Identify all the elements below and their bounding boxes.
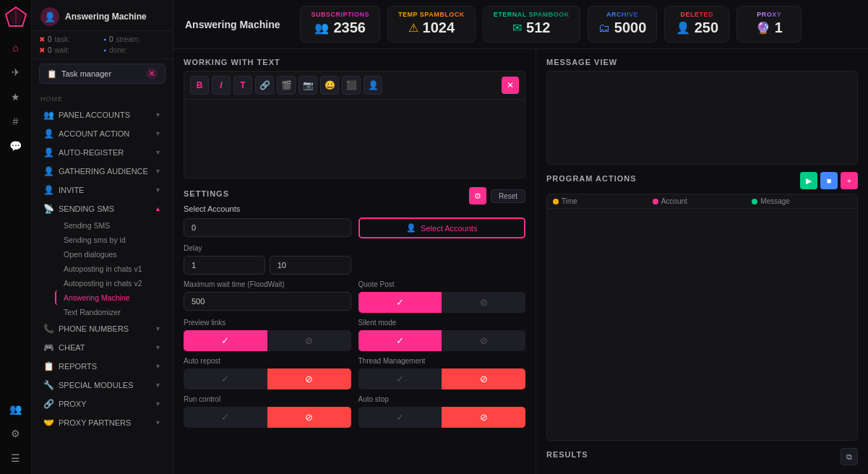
cheat-chevron: ▼ <box>155 344 161 351</box>
thread-mgmt-on[interactable]: ✓ <box>358 369 442 389</box>
silent-mode-on[interactable]: ✓ <box>358 330 442 351</box>
proxy-chevron: ▼ <box>155 400 161 408</box>
run-control-off[interactable]: ⊘ <box>267 407 351 428</box>
archive-label: Archive <box>606 11 638 18</box>
select-accounts-input[interactable] <box>184 218 351 237</box>
preview-links-on[interactable]: ✓ <box>184 330 267 351</box>
submenu-text-randomizer[interactable]: Text Randomizer <box>55 305 170 319</box>
sidebar-item-special-modules[interactable]: 🔧 SPECIAL MODULES ▼ <box>35 376 170 395</box>
preview-links-field: Preview links ✓ ⊘ <box>184 319 351 351</box>
delay-from-input[interactable] <box>184 256 265 275</box>
task-manager-close[interactable]: ✕ <box>146 68 158 79</box>
stat-wait: ✖ 0 wait: <box>39 46 101 54</box>
stat-card-eternal-spam: Eternal SpamBook ✉ 512 <box>483 6 580 43</box>
program-action-buttons: ▶ ■ + <box>800 172 858 189</box>
sidebar-item-panel-accounts[interactable]: 👥 PANEL ACCOUNTS ▼ <box>35 105 170 124</box>
nav-icon-home[interactable]: ⌂ <box>6 38 26 58</box>
sidebar-item-gathering-label: GATHERING AUDIENCE <box>59 167 148 176</box>
reset-button[interactable]: Reset <box>491 189 525 203</box>
proxy-icon: 🔗 <box>43 399 53 409</box>
run-control-on[interactable]: ✓ <box>184 407 267 428</box>
nav-icon-list[interactable]: ☰ <box>6 448 26 468</box>
submenu-autoposting-v2[interactable]: Autoposting in chats v2 <box>55 276 170 290</box>
message-view-area <box>546 71 858 165</box>
toolbar-format[interactable]: ⬛ <box>342 76 361 95</box>
toolbar-photo[interactable]: 📷 <box>298 76 317 95</box>
auto-repost-off[interactable]: ⊘ <box>267 369 351 389</box>
quote-post-off[interactable]: ⊘ <box>442 292 525 313</box>
toolbar-italic[interactable]: I <box>212 76 231 95</box>
sidebar-item-auto-register[interactable]: 👤 AUTO-REGISTER ▼ <box>35 143 170 162</box>
toolbar-clear-button[interactable]: ✕ <box>502 77 519 94</box>
select-accounts-row: Select Accounts 👤 Select Accounts <box>184 204 525 238</box>
nav-icon-send[interactable]: ✈ <box>6 62 26 82</box>
nav-icon-grid[interactable]: # <box>6 111 26 132</box>
auto-repost-on[interactable]: ✓ <box>184 369 267 389</box>
submenu-sending-sms-by-id[interactable]: Sending sms by id <box>55 233 170 247</box>
toolbar-text[interactable]: T <box>233 76 252 95</box>
quote-post-toggle: ✓ ⊘ <box>358 292 526 313</box>
toolbar-bold[interactable]: B <box>190 76 209 95</box>
results-section: RESULTS ⧉ <box>546 448 858 465</box>
eternal-spam-label: Eternal SpamBook <box>494 11 570 18</box>
sidebar-item-phone-numbers[interactable]: 📞 PHONE NUMBERS ▼ <box>35 319 170 338</box>
sidebar-title: Answering Machine <box>65 12 147 22</box>
auto-stop-off[interactable]: ⊘ <box>442 407 525 428</box>
toolbar-link[interactable]: 🔗 <box>255 76 274 95</box>
toolbar-video[interactable]: 🎬 <box>277 76 296 95</box>
stat-task: ✖ 0 task: <box>39 35 101 43</box>
icon-bar: ⌂ ✈ ★ # 💬 👥 ⚙ ☰ <box>0 0 32 474</box>
select-accounts-btn-field: 👤 Select Accounts <box>358 204 526 238</box>
max-wait-input[interactable] <box>184 292 351 311</box>
delay-to-input[interactable] <box>270 256 351 275</box>
toolbar-emoji[interactable]: 😀 <box>320 76 339 95</box>
sidebar-item-account-action[interactable]: 👤 ACCOUNT ACTION ▼ <box>35 124 170 143</box>
sidebar-item-cheat[interactable]: 🎮 CHEAT ▼ <box>35 338 170 357</box>
submenu-sending-sms[interactable]: Sending SMS <box>55 218 170 233</box>
gathering-icon: 👤 <box>43 166 53 176</box>
stat-done-icon: ▪ <box>104 46 107 54</box>
deleted-icon: 👤 <box>676 21 690 35</box>
preview-links-off[interactable]: ⊘ <box>267 330 351 351</box>
submenu-open-dialogues[interactable]: Open dialogues <box>55 247 170 262</box>
sidebar-item-sending-sms[interactable]: 📡 SENDING SMS ▲ <box>35 199 170 218</box>
invite-chevron: ▼ <box>155 186 161 194</box>
nav-icon-settings[interactable]: ⚙ <box>6 423 26 444</box>
program-stop-button[interactable]: ■ <box>820 172 838 189</box>
quote-post-on[interactable]: ✓ <box>358 292 442 313</box>
sidebar-item-account-action-label: ACCOUNT ACTION <box>59 129 129 138</box>
text-editor[interactable] <box>184 99 525 178</box>
task-manager-button[interactable]: 📋 Task manager ✕ <box>39 64 166 84</box>
auto-stop-label: Auto stop <box>358 395 526 403</box>
stat-stream: ▪ 0 stream: <box>104 35 166 43</box>
sidebar-item-invite[interactable]: 👤 INVITE ▼ <box>35 181 170 199</box>
thread-mgmt-off[interactable]: ⊘ <box>442 369 525 389</box>
results-copy-button[interactable]: ⧉ <box>841 448 858 465</box>
thread-mgmt-label: Thread Management <box>358 357 526 365</box>
sidebar-item-proxy[interactable]: 🔗 PROXY ▼ <box>35 395 170 413</box>
submenu-autoposting-v1[interactable]: Autoposting in chats v1 <box>55 262 170 276</box>
prog-col-account: Account <box>653 197 752 205</box>
submenu-answering-machine[interactable]: Answering Machine <box>55 290 170 305</box>
sidebar-stats: ✖ 0 task: ▪ 0 stream: ✖ 0 wait: ▪ done: <box>32 31 173 59</box>
program-add-button[interactable]: + <box>841 172 858 189</box>
sidebar-item-proxy-partners[interactable]: 🤝 PROXY PARTNERS ▼ <box>35 413 170 432</box>
eternal-spam-value: 512 <box>526 20 550 36</box>
settings-config-btn[interactable]: ⚙ <box>469 187 486 204</box>
sidebar-item-gathering[interactable]: 👤 GATHERING AUDIENCE ▼ <box>35 162 170 181</box>
nav-icon-chat[interactable]: 💬 <box>6 136 26 156</box>
auto-stop-on[interactable]: ✓ <box>358 407 442 428</box>
sidebar-item-proxy-label: PROXY <box>59 400 87 408</box>
temp-spam-value: 1024 <box>423 20 455 36</box>
stat-wait-icon: ✖ <box>39 46 45 54</box>
program-play-button[interactable]: ▶ <box>800 172 817 189</box>
silent-mode-off[interactable]: ⊘ <box>442 330 525 351</box>
sidebar-item-sending-sms-label: SENDING SMS <box>59 204 114 213</box>
toolbar-mention[interactable]: 👤 <box>364 76 382 95</box>
select-accounts-button[interactable]: 👤 Select Accounts <box>358 217 526 238</box>
nav-icon-users[interactable]: 👥 <box>6 399 26 419</box>
sidebar-item-auto-register-label: AUTO-REGISTER <box>59 148 124 157</box>
sidebar-item-reports[interactable]: 📋 REPORTS ▼ <box>35 357 170 376</box>
nav-icon-star[interactable]: ★ <box>6 87 26 107</box>
message-col-label: Message <box>760 197 790 205</box>
